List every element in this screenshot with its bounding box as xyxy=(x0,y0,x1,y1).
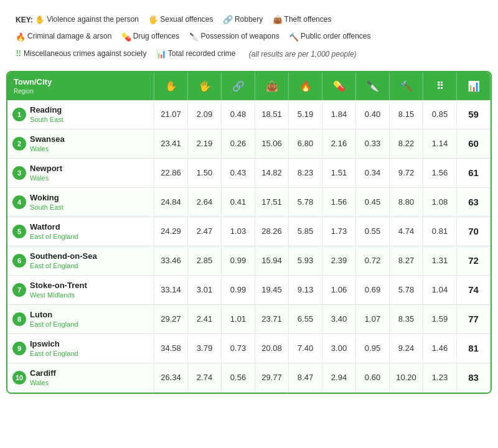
stat-cell-5: 6.80 xyxy=(289,129,322,158)
city-region: South East xyxy=(30,116,63,123)
city-name: Reading xyxy=(30,105,63,114)
stat-cell-1: 33.14 xyxy=(154,275,188,304)
stat-cell-2: 2.09 xyxy=(188,100,222,129)
stat-cell-7: 0.69 xyxy=(356,275,390,304)
rank-badge: 7 xyxy=(12,283,26,297)
stat-cell-3: 0.99 xyxy=(222,275,255,304)
city-region: East of England xyxy=(30,350,78,357)
th-drug-icon: 💊 xyxy=(333,81,345,91)
th-sexual-icon: 🖐 xyxy=(199,81,211,91)
theft-icon: 👜 xyxy=(273,12,283,27)
stat-cell-9: 0.81 xyxy=(423,217,457,246)
stat-cell-1: 22.86 xyxy=(154,158,188,187)
th-theft: 👜 xyxy=(255,72,289,100)
stat-cell-6: 3.40 xyxy=(322,304,356,334)
city-name: Newport xyxy=(30,164,62,173)
city-name: Watford xyxy=(30,222,78,231)
weapons-icon: 🔪 xyxy=(189,30,199,44)
stat-cell-9: 1.23 xyxy=(423,363,457,392)
stat-cell-5: 5.85 xyxy=(289,217,322,246)
key-item-weapons: 🔪 Possession of weapons xyxy=(189,30,280,44)
stat-cell-2: 1.50 xyxy=(188,158,222,187)
total-cell: 70 xyxy=(457,217,491,246)
stat-cell-1: 24.29 xyxy=(154,217,188,246)
th-public: 🔨 xyxy=(390,72,423,100)
city-region: Wales xyxy=(30,379,49,386)
stat-cell-7: 0.95 xyxy=(356,334,390,363)
stat-cell-3: 1.01 xyxy=(222,304,255,334)
key-text-misc: Miscellaneous crimes against society xyxy=(24,47,146,61)
stat-cell-3: 0.43 xyxy=(222,158,255,187)
city-name: Luton xyxy=(30,310,78,319)
stat-cell-5: 8.47 xyxy=(289,363,322,392)
stat-cell-1: 34.58 xyxy=(154,334,188,363)
stat-cell-9: 1.04 xyxy=(423,275,457,304)
table-row: 10 Cardiff Wales 26.342.740.5629.778.472… xyxy=(7,363,491,392)
stat-cell-3: 1.03 xyxy=(222,217,255,246)
stat-cell-9: 0.85 xyxy=(423,100,457,129)
stat-cell-7: 0.33 xyxy=(356,129,390,158)
stat-cell-4: 23.71 xyxy=(255,304,289,334)
stat-cell-9: 1.08 xyxy=(423,187,457,217)
key-text-total: Total recorded crime xyxy=(168,47,236,61)
stat-cell-7: 0.60 xyxy=(356,363,390,392)
city-region: East of England xyxy=(30,233,78,240)
stat-cell-4: 15.94 xyxy=(255,246,289,275)
table-row: 9 Ipswich East of England 34.583.790.732… xyxy=(7,334,491,363)
total-cell: 63 xyxy=(457,187,491,217)
stat-cell-9: 1.46 xyxy=(423,334,457,363)
rank-badge: 4 xyxy=(12,195,26,209)
key-item-violence: ✋ Violence against the person xyxy=(35,12,139,27)
stat-cell-1: 26.34 xyxy=(154,363,188,392)
table-row: 3 Newport Wales 22.861.500.4314.828.231.… xyxy=(7,158,491,187)
total-cell: 77 xyxy=(457,304,491,334)
stat-cell-8: 8.27 xyxy=(390,246,423,275)
stat-cell-7: 0.34 xyxy=(356,158,390,187)
city-cell: 1 Reading South East xyxy=(7,100,154,129)
stat-cell-1: 23.41 xyxy=(154,129,188,158)
stat-cell-8: 4.74 xyxy=(390,217,423,246)
stat-cell-9: 1.56 xyxy=(423,158,457,187)
key-text-sexual: Sexual offences xyxy=(160,13,213,27)
rank-badge: 10 xyxy=(12,371,26,385)
stat-cell-2: 2.85 xyxy=(188,246,222,275)
stat-cell-5: 5.93 xyxy=(289,246,322,275)
th-weapons-icon: 🔪 xyxy=(367,81,379,91)
stat-cell-3: 0.48 xyxy=(222,100,255,129)
city-region: South East xyxy=(30,203,63,211)
key-text-public: Public order offences xyxy=(301,30,371,44)
stat-cell-8: 8.15 xyxy=(390,100,423,129)
table-row: 4 Woking South East 24.842.640.4117.515.… xyxy=(7,187,491,217)
stat-cell-1: 33.46 xyxy=(154,246,188,275)
stat-cell-5: 7.40 xyxy=(289,334,322,363)
table-row: 2 Swansea Wales 23.412.190.2615.066.802.… xyxy=(7,129,491,158)
stat-cell-7: 0.55 xyxy=(356,217,390,246)
stat-cell-2: 2.19 xyxy=(188,129,222,158)
stat-cell-4: 20.08 xyxy=(255,334,289,363)
stat-cell-6: 2.16 xyxy=(322,129,356,158)
crime-table: Town/City Region ✋ 🖐 🔗 👜 🔥 xyxy=(7,72,491,393)
stat-cell-6: 2.39 xyxy=(322,246,356,275)
stat-cell-4: 14.82 xyxy=(255,158,289,187)
key-text-drug: Drug offences xyxy=(133,30,180,44)
city-name: Swansea xyxy=(30,134,65,144)
total-cell: 61 xyxy=(457,158,491,187)
stat-cell-6: 1.56 xyxy=(322,187,356,217)
city-region: East of England xyxy=(30,320,78,328)
crime-table-container: Town/City Region ✋ 🖐 🔗 👜 🔥 xyxy=(6,71,492,394)
stat-cell-1: 21.07 xyxy=(154,100,188,129)
stat-cell-2: 2.74 xyxy=(188,363,222,392)
key-text-theft: Theft offences xyxy=(284,13,332,27)
th-theft-icon: 👜 xyxy=(266,81,278,91)
stat-cell-8: 9.72 xyxy=(390,158,423,187)
total-cell: 81 xyxy=(457,334,491,363)
key-item-criminal: 🔥 Criminal damage & arson xyxy=(16,30,111,44)
stat-cell-7: 1.07 xyxy=(356,304,390,334)
th-weapons: 🔪 xyxy=(356,72,390,100)
key-section: KEY: ✋ Violence against the person 🖐 Sex… xyxy=(6,6,492,65)
th-violence: ✋ xyxy=(154,72,188,100)
stat-cell-6: 1.06 xyxy=(322,275,356,304)
city-region: Wales xyxy=(30,145,49,152)
city-cell: 9 Ipswich East of England xyxy=(7,334,154,363)
th-region-label: Region xyxy=(14,88,34,95)
